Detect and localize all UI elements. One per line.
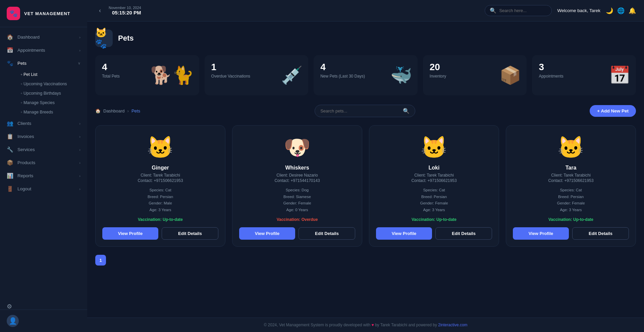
- dashboard-icon: 🏠: [7, 34, 13, 40]
- pet-client: Client: Tarek Tarabichi: [551, 173, 591, 178]
- sidebar-label-reports: Reports: [17, 173, 33, 178]
- pet-name: Ginger: [152, 165, 169, 171]
- page-title: Pets: [118, 34, 133, 43]
- view-profile-button[interactable]: View Profile: [513, 227, 569, 240]
- header-date: November 10, 2024: [109, 6, 141, 10]
- settings-icon[interactable]: ⚙: [7, 303, 12, 310]
- pets-page-icon: 🐱🐾: [95, 27, 113, 49]
- sidebar-item-invoices[interactable]: 📋 Invoices ›: [0, 130, 87, 143]
- sidebar-item-services[interactable]: 🔧 Services ›: [0, 143, 87, 156]
- app-name: VET MANAGEMENT: [24, 11, 70, 16]
- sidebar-item-manage-breeds[interactable]: Manage Breeds: [17, 107, 87, 117]
- footer-text-before: © 2024, Vet Management System is proudly…: [264, 323, 370, 327]
- chevron-icon: ›: [79, 135, 80, 139]
- products-icon: 📦: [7, 159, 13, 166]
- breadcrumb-separator: ›: [127, 108, 129, 113]
- pet-avatar: 🐱: [147, 135, 174, 160]
- sidebar-item-appointments[interactable]: 📅 Appointments ›: [0, 44, 87, 57]
- header-icons: 🌙 🌐 🔔: [606, 7, 636, 14]
- pet-details: Species: Cat Breed: Persian Gender: Fema…: [557, 187, 585, 213]
- add-new-pet-button[interactable]: + Add New Pet: [590, 105, 636, 117]
- sidebar-label-products: Products: [17, 160, 35, 165]
- pets-search-input[interactable]: [320, 108, 399, 113]
- edit-details-button[interactable]: Edit Details: [572, 227, 629, 240]
- user-avatar[interactable]: 👤: [7, 315, 19, 327]
- pet-contact: Contact: +971544170143: [274, 178, 320, 183]
- footer-link[interactable]: 2interactive.com: [438, 323, 467, 327]
- sidebar-item-dashboard[interactable]: 🏠 Dashboard ›: [0, 31, 87, 44]
- header-search-box[interactable]: 🔍: [485, 5, 552, 16]
- pet-contact: Contact: +971506621953: [138, 178, 183, 183]
- main-area: ‹ November 10, 2024 05:15:20 PM 🔍 Welcom…: [87, 0, 644, 332]
- pets-search-box[interactable]: 🔍: [315, 105, 415, 117]
- stat-emoji-appointments: 📅: [609, 65, 631, 86]
- sidebar-item-pet-list[interactable]: Pet List: [17, 70, 87, 79]
- collapse-button[interactable]: ‹: [95, 6, 105, 15]
- toolbar: 🏠 Dashboard › Pets 🔍 + Add New Pet: [95, 105, 636, 117]
- services-icon: 🔧: [7, 146, 13, 153]
- page-button-1[interactable]: 1: [95, 255, 106, 266]
- stat-card-inventory[interactable]: 20 Inventory 📦: [423, 55, 527, 95]
- sidebar-item-reports[interactable]: 📊 Reports ›: [0, 169, 87, 182]
- clients-icon: 👥: [7, 120, 13, 127]
- pet-card: 🐱 Ginger Client: Tarek Tarabichi Contact…: [95, 125, 225, 247]
- header-time: 05:15:20 PM: [109, 10, 141, 15]
- vaccination-status: Vaccination: Up-to-date: [138, 217, 183, 222]
- breadcrumb-dashboard[interactable]: Dashboard: [103, 108, 125, 113]
- stat-emoji-overdue: 💉: [281, 65, 303, 86]
- chevron-icon: ›: [79, 174, 80, 178]
- pet-details: Species: Cat Breed: Persian Gender: Fema…: [420, 187, 448, 213]
- pet-client: Client: Tarek Tarabichi: [141, 173, 180, 178]
- pet-card-actions: View Profile Edit Details: [513, 227, 629, 240]
- header: ‹ November 10, 2024 05:15:20 PM 🔍 Welcom…: [87, 0, 644, 21]
- sidebar-item-pets[interactable]: 🐾 Pets ∨: [0, 57, 87, 70]
- sidebar-item-upcoming-vaccinations[interactable]: Upcoming Vaccinations: [17, 79, 87, 89]
- chevron-icon: ›: [79, 35, 80, 39]
- view-profile-button[interactable]: View Profile: [102, 227, 158, 240]
- pet-details: Species: Cat Breed: Persian Gender: Male…: [148, 187, 173, 213]
- breadcrumb-home-icon: 🏠: [95, 108, 101, 113]
- logo-icon: 🐾: [7, 7, 20, 20]
- edit-details-button[interactable]: Edit Details: [299, 227, 355, 240]
- invoices-icon: 📋: [7, 133, 13, 140]
- footer-text-by: by Tarek Tarabichi and powered by: [375, 323, 437, 327]
- sidebar-item-manage-species[interactable]: Manage Species: [17, 98, 87, 107]
- sidebar-label-appointments: Appointments: [17, 48, 45, 53]
- sidebar-label-pets: Pets: [17, 61, 26, 66]
- search-icon: 🔍: [403, 108, 410, 114]
- pet-client: Client: Tarek Tarabichi: [414, 173, 454, 178]
- pets-icon: 🐾: [7, 60, 13, 66]
- stat-card-overdue-vaccinations[interactable]: 1 Overdue Vaccinations 💉: [205, 55, 309, 95]
- stat-emoji-inventory: 📦: [499, 65, 521, 86]
- sidebar-label-dashboard: Dashboard: [17, 35, 40, 40]
- pet-card-actions: View Profile Edit Details: [239, 227, 355, 240]
- edit-details-button[interactable]: Edit Details: [435, 227, 492, 240]
- stat-card-total-pets[interactable]: 4 Total Pets 🐕🐈: [95, 55, 199, 95]
- view-profile-button[interactable]: View Profile: [376, 227, 432, 240]
- pet-client: Client: Desiree Nazario: [276, 173, 318, 178]
- edit-details-button[interactable]: Edit Details: [162, 227, 218, 240]
- sidebar-bottom: 👤: [0, 310, 87, 332]
- view-profile-button[interactable]: View Profile: [239, 227, 295, 240]
- moon-icon[interactable]: 🌙: [606, 7, 613, 14]
- sidebar-item-upcoming-birthdays[interactable]: Upcoming Birthdays: [17, 89, 87, 98]
- sidebar-item-logout[interactable]: 🚪 Logout ›: [0, 182, 87, 195]
- bell-icon[interactable]: 🔔: [629, 7, 636, 14]
- breadcrumb: 🏠 Dashboard › Pets: [95, 108, 140, 113]
- logo-area: 🐾 VET MANAGEMENT: [0, 0, 87, 27]
- sidebar: 🐾 VET MANAGEMENT 🏠 Dashboard › 📅 Appoint…: [0, 0, 87, 332]
- stat-card-new-pets[interactable]: 4 New Pets (Last 30 Days) 🐳: [314, 55, 418, 95]
- pet-name: Loki: [429, 165, 440, 171]
- stat-card-appointments[interactable]: 3 Appointments 📅: [532, 55, 636, 95]
- pets-grid: 🐱 Ginger Client: Tarek Tarabichi Contact…: [95, 125, 636, 247]
- pet-card-actions: View Profile Edit Details: [376, 227, 492, 240]
- reports-icon: 📊: [7, 173, 13, 179]
- sidebar-item-products[interactable]: 📦 Products ›: [0, 156, 87, 169]
- pet-avatar: 🐱: [557, 135, 584, 160]
- header-search-input[interactable]: [499, 8, 549, 13]
- sidebar-item-clients[interactable]: 👥 Clients ›: [0, 117, 87, 130]
- sidebar-label-services: Services: [17, 147, 35, 152]
- pets-submenu: Pet List Upcoming Vaccinations Upcoming …: [0, 70, 87, 117]
- globe-icon[interactable]: 🌐: [617, 7, 625, 14]
- footer-heart-icon: ♥: [371, 323, 375, 327]
